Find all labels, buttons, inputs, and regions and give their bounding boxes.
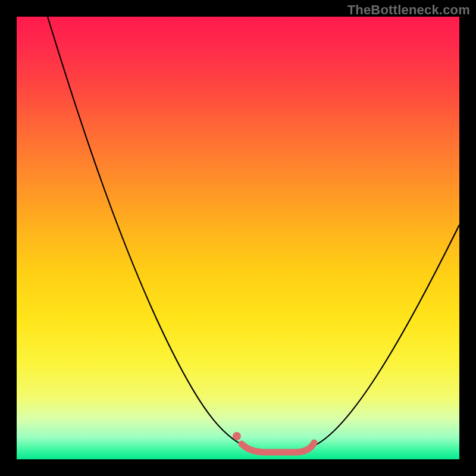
chart-svg: [17, 17, 459, 459]
optimal-range-marker: [242, 443, 314, 452]
optimal-range-start-dot: [233, 432, 241, 440]
chart-plot-area: [17, 17, 459, 459]
bottleneck-curve: [48, 17, 459, 452]
watermark-text: TheBottleneck.com: [347, 2, 470, 18]
